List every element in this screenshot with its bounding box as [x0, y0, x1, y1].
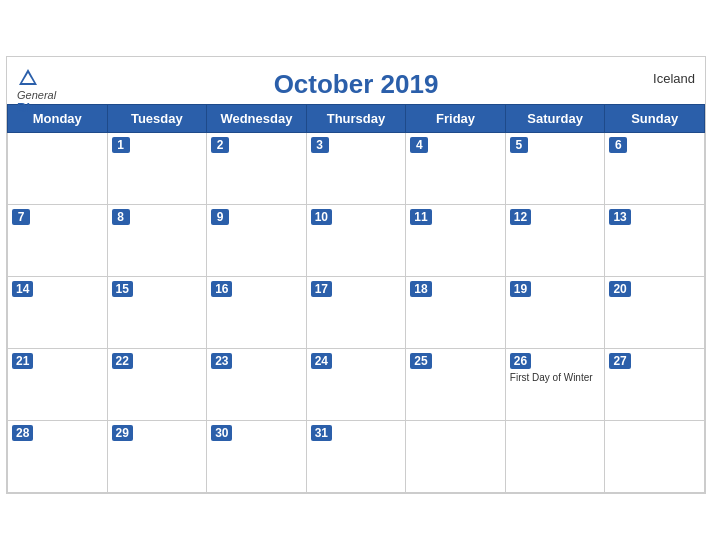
day-number: 26 — [510, 353, 531, 369]
calendar-cell: 3 — [306, 133, 406, 205]
day-number: 11 — [410, 209, 431, 225]
calendar-cell: 22 — [107, 349, 207, 421]
day-number: 7 — [12, 209, 30, 225]
calendar-cell: 26First Day of Winter — [505, 349, 605, 421]
day-number: 18 — [410, 281, 431, 297]
calendar-cell: 4 — [406, 133, 506, 205]
calendar-cell: 16 — [207, 277, 307, 349]
day-number: 22 — [112, 353, 133, 369]
day-number: 4 — [410, 137, 428, 153]
day-number: 31 — [311, 425, 332, 441]
weekday-header-row: MondayTuesdayWednesdayThursdayFridaySatu… — [8, 105, 705, 133]
calendar-cell: 28 — [8, 421, 108, 493]
calendar-table: MondayTuesdayWednesdayThursdayFridaySatu… — [7, 104, 705, 493]
calendar-title: October 2019 — [17, 69, 695, 100]
weekday-friday: Friday — [406, 105, 506, 133]
calendar-header: General Blue October 2019 Iceland — [7, 57, 705, 104]
calendar-cell: 24 — [306, 349, 406, 421]
calendar-cell — [8, 133, 108, 205]
weekday-saturday: Saturday — [505, 105, 605, 133]
day-number: 21 — [12, 353, 33, 369]
calendar-cell: 5 — [505, 133, 605, 205]
calendar-cell: 31 — [306, 421, 406, 493]
day-number: 20 — [609, 281, 630, 297]
weekday-tuesday: Tuesday — [107, 105, 207, 133]
day-number: 10 — [311, 209, 332, 225]
calendar-cell: 23 — [207, 349, 307, 421]
calendar-cell: 25 — [406, 349, 506, 421]
week-row-5: 28293031 — [8, 421, 705, 493]
calendar-cell: 21 — [8, 349, 108, 421]
calendar-cell: 13 — [605, 205, 705, 277]
day-number: 25 — [410, 353, 431, 369]
calendar-cell — [605, 421, 705, 493]
weekday-sunday: Sunday — [605, 105, 705, 133]
calendar-cell: 12 — [505, 205, 605, 277]
calendar-cell: 10 — [306, 205, 406, 277]
day-number: 13 — [609, 209, 630, 225]
calendar-cell: 14 — [8, 277, 108, 349]
calendar-cell: 9 — [207, 205, 307, 277]
week-row-2: 78910111213 — [8, 205, 705, 277]
calendar-cell: 8 — [107, 205, 207, 277]
day-number: 29 — [112, 425, 133, 441]
calendar-cell: 20 — [605, 277, 705, 349]
calendar-cell: 15 — [107, 277, 207, 349]
calendar-cell: 11 — [406, 205, 506, 277]
calendar-cell: 19 — [505, 277, 605, 349]
day-number: 1 — [112, 137, 130, 153]
calendar-cell: 1 — [107, 133, 207, 205]
calendar-cell: 27 — [605, 349, 705, 421]
calendar-cell: 29 — [107, 421, 207, 493]
calendar-cell — [406, 421, 506, 493]
day-number: 6 — [609, 137, 627, 153]
logo-blue-text: Blue — [17, 101, 45, 115]
day-number: 3 — [311, 137, 329, 153]
calendar-cell: 7 — [8, 205, 108, 277]
logo: General Blue — [17, 67, 56, 115]
day-number: 17 — [311, 281, 332, 297]
day-number: 8 — [112, 209, 130, 225]
day-number: 16 — [211, 281, 232, 297]
day-number: 24 — [311, 353, 332, 369]
day-number: 5 — [510, 137, 528, 153]
calendar-cell: 17 — [306, 277, 406, 349]
calendar: General Blue October 2019 Iceland Monday… — [6, 56, 706, 494]
day-number: 15 — [112, 281, 133, 297]
day-number: 30 — [211, 425, 232, 441]
calendar-cell: 6 — [605, 133, 705, 205]
day-number: 19 — [510, 281, 531, 297]
day-number: 27 — [609, 353, 630, 369]
logo-icon — [17, 67, 39, 89]
day-number: 23 — [211, 353, 232, 369]
weekday-thursday: Thursday — [306, 105, 406, 133]
day-number: 9 — [211, 209, 229, 225]
day-event: First Day of Winter — [510, 371, 601, 384]
day-number: 12 — [510, 209, 531, 225]
week-row-1: 123456 — [8, 133, 705, 205]
calendar-cell: 18 — [406, 277, 506, 349]
country-label: Iceland — [653, 71, 695, 86]
weekday-wednesday: Wednesday — [207, 105, 307, 133]
calendar-cell — [505, 421, 605, 493]
week-row-4: 212223242526First Day of Winter27 — [8, 349, 705, 421]
calendar-cell: 30 — [207, 421, 307, 493]
calendar-cell: 2 — [207, 133, 307, 205]
day-number: 28 — [12, 425, 33, 441]
week-row-3: 14151617181920 — [8, 277, 705, 349]
day-number: 14 — [12, 281, 33, 297]
day-number: 2 — [211, 137, 229, 153]
